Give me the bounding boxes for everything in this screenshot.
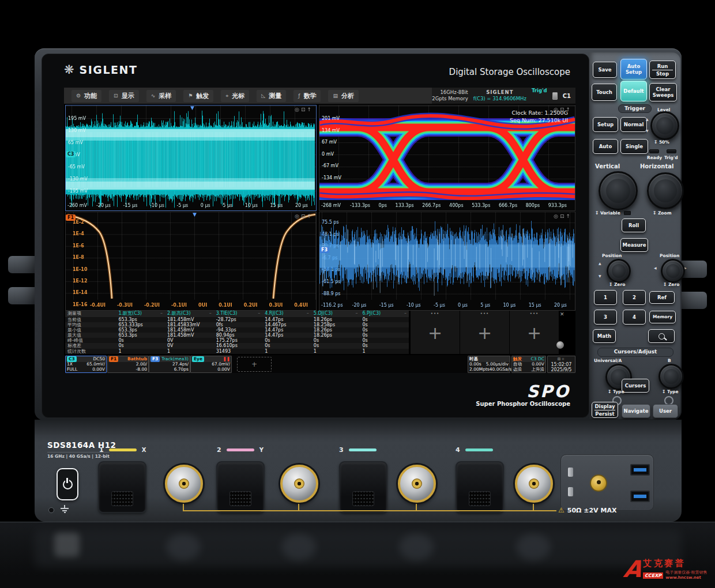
channel-3-button[interactable]: 3 bbox=[594, 310, 617, 325]
lcd-screen[interactable]: ⚙功能 ⊡显示 ∿采样 ⚑触发 ⌖光标 ◺测量 ƒ数学 ▤分析 16GHz-8B… bbox=[64, 88, 575, 373]
roll-button[interactable]: Roll bbox=[622, 218, 646, 232]
panel-corner-icons[interactable]: ◎⊡↑ bbox=[554, 213, 572, 219]
menu-item-function[interactable]: ⚙功能 bbox=[72, 90, 101, 102]
slot-menu-icon[interactable]: ••• bbox=[460, 311, 509, 317]
bnc-connector-4[interactable] bbox=[515, 465, 553, 503]
move-icon: ↑ bbox=[307, 213, 313, 219]
probe-interface-1[interactable] bbox=[98, 461, 146, 513]
channel-c3-marker[interactable]: C3 bbox=[66, 151, 76, 157]
clear-sweeps-button[interactable]: ClearSweeps bbox=[649, 83, 677, 101]
slot-menu-icon[interactable]: ••• bbox=[510, 311, 559, 317]
status-info[interactable]: 16GHz-8Bit 2Gpts Memory SIGLENT f(C3) = … bbox=[432, 88, 575, 104]
menu-item-acquire[interactable]: ∿采样 bbox=[146, 90, 176, 102]
waveform-panel[interactable]: 195 mV130 mV65 mV0 mV-65 mV-130 mV-195 m… bbox=[65, 105, 317, 211]
probe-pins bbox=[229, 491, 251, 506]
run-stop-button[interactable]: RunStop bbox=[649, 61, 676, 79]
panel-corner-icons[interactable]: ◎⊡↑ bbox=[295, 213, 313, 219]
y-axis-label: 1E-14 bbox=[73, 287, 87, 299]
usb-port[interactable] bbox=[630, 464, 650, 476]
eye-descriptor[interactable]: Eye❚❚ 67.0mV/ 0.00V bbox=[190, 356, 232, 373]
auto-setup-button[interactable]: AutoSetup bbox=[620, 59, 647, 80]
power-button[interactable] bbox=[57, 468, 78, 500]
memory-button[interactable]: Memory bbox=[649, 311, 676, 323]
table-cell: 测量项 bbox=[65, 311, 116, 317]
bnc-connector-2[interactable] bbox=[280, 465, 318, 503]
trigger-normal-button[interactable]: Normal bbox=[620, 117, 647, 132]
ref-button[interactable]: Ref bbox=[649, 291, 675, 304]
eye-diagram-panel[interactable]: Clock Rate: 1.2500G Seq Num: 27.510k UI … bbox=[319, 105, 575, 211]
table-row[interactable]: 统计次数1131493111 bbox=[65, 349, 409, 354]
adc-bits: 16GHz-8Bit bbox=[432, 89, 468, 96]
table-row[interactable]: 当前值653.3ps181.458mV-28.72ps14.47ps18.26p… bbox=[65, 317, 409, 322]
reset-statistics-icon[interactable] bbox=[556, 341, 564, 349]
gear-icon: ⚙ bbox=[76, 93, 81, 99]
x-axis-label: 0 µs bbox=[201, 203, 210, 208]
trigger-level-knob[interactable] bbox=[650, 111, 679, 140]
trigger-auto-button[interactable]: Auto bbox=[593, 139, 618, 154]
display-persist-button[interactable]: DisplayPersist bbox=[592, 402, 618, 418]
trigger-setup-button[interactable]: Setup bbox=[593, 117, 618, 132]
trace-f3-marker[interactable]: F3 bbox=[319, 247, 329, 253]
c3-descriptor[interactable]: C3DC50 1X65.0mV/ FULL0.00V bbox=[65, 356, 107, 373]
trigger-single-button[interactable]: Single bbox=[620, 139, 648, 154]
add-measurement-slot[interactable]: ••• + bbox=[410, 311, 460, 354]
horizontal-scale-knob[interactable] bbox=[647, 172, 684, 209]
vertical-position-knob[interactable] bbox=[607, 259, 631, 283]
vertical-scale-knob[interactable] bbox=[599, 171, 638, 210]
add-trace-button[interactable]: + bbox=[237, 357, 272, 372]
menu-item-cursor[interactable]: ⌖光标 bbox=[221, 90, 249, 102]
sma-connector[interactable] bbox=[590, 474, 607, 492]
user-button[interactable]: User bbox=[653, 404, 678, 418]
bnc-connector-1[interactable] bbox=[165, 465, 203, 503]
x-axis: -0.4UI-0.3UI-0.2UI-0.1UI0UI0.1UI0.2UI0.3… bbox=[66, 300, 316, 310]
table-row[interactable]: 平均值653.333ps181.45833mV0fs14.467ps18.258… bbox=[65, 322, 409, 327]
measure-button[interactable]: Measure bbox=[620, 238, 648, 252]
probe-interface-3[interactable] bbox=[339, 461, 387, 513]
bnc-connector-3[interactable] bbox=[398, 465, 436, 503]
panel-corner-icons[interactable]: ◎⊡↑ bbox=[554, 107, 572, 112]
touch-button[interactable]: Touch bbox=[592, 84, 617, 101]
table-row[interactable]: 最大值653.3ps181.458mV80.94ps14.47ps18.26ps… bbox=[65, 333, 409, 338]
b-knob[interactable] bbox=[658, 364, 684, 389]
table-row[interactable]: 最小值653.3ps181.458mV-94.33ps14.47ps18.26p… bbox=[65, 327, 409, 333]
trigger-descriptor[interactable]: 触发C3 DC 自动0.00V 边沿上升沿 bbox=[511, 356, 546, 373]
search-button[interactable] bbox=[648, 329, 675, 343]
probe-interface-4[interactable] bbox=[456, 461, 504, 513]
timebase-descriptor[interactable]: 时基 0.00s5.00µs/div 2.00Mpts40.0GSa/s bbox=[468, 356, 510, 373]
table-cell: 4.RJ(C3) bbox=[262, 311, 311, 317]
measurement-table[interactable]: 测量项1.眼宽(C3)2.眼高(C3)3.TIE(C3)4.RJ(C3)5.DJ… bbox=[65, 311, 409, 354]
channel-1-button[interactable]: 1 bbox=[594, 290, 617, 305]
f3-descriptor[interactable]: F3Track(mea3) 27.4ps/ 6.70ps bbox=[149, 356, 190, 373]
panel-corner-icons[interactable]: ◎⊡↑ bbox=[295, 107, 313, 112]
table-row[interactable]: 标准差0s0V16.610ps0s0s0s bbox=[65, 343, 409, 348]
default-button[interactable]: Default bbox=[620, 81, 647, 101]
navigate-button[interactable]: Navigate bbox=[622, 404, 650, 418]
menu-item-measure[interactable]: ◺测量 bbox=[257, 90, 286, 102]
clock-descriptor[interactable]: ⊞⌗ 15:02:07 2025/9/5 bbox=[547, 356, 575, 373]
cursors-button[interactable]: Cursors bbox=[622, 379, 649, 393]
trigger-position-icon[interactable]: ▼ bbox=[193, 212, 197, 217]
channel-2-button[interactable]: 2 bbox=[623, 290, 646, 305]
plus-icon: + bbox=[460, 325, 509, 342]
trace-f1-marker[interactable]: F1 bbox=[66, 214, 76, 221]
tie-track-panel[interactable]: 75.5 ps48.1 ps20.7 ps-6.7 ps-34.1 ps-61.… bbox=[319, 212, 575, 311]
trigger-position-icon[interactable]: ▼ bbox=[190, 105, 194, 111]
channel-4-button[interactable]: 4 bbox=[623, 310, 646, 325]
probe-interface-2[interactable] bbox=[216, 461, 265, 513]
add-measurement-slot[interactable]: ••• + bbox=[509, 311, 559, 354]
bathtub-panel[interactable]: 1E-21E-41E-61E-81E-101E-121E-141E-16 F1 … bbox=[65, 212, 317, 311]
menu-item-trigger[interactable]: ⚑触发 bbox=[183, 90, 213, 102]
slot-menu-icon[interactable]: ••• bbox=[411, 311, 460, 317]
close-icon[interactable]: ✕ bbox=[560, 311, 565, 317]
usb-port[interactable] bbox=[630, 491, 650, 502]
menu-item-analysis[interactable]: ▤分析 bbox=[328, 90, 359, 102]
menu-item-math[interactable]: ƒ数学 bbox=[293, 90, 321, 102]
y-axis-label: -195 mV bbox=[68, 185, 88, 197]
math-button[interactable]: Math bbox=[593, 329, 616, 343]
save-button[interactable]: Save bbox=[593, 62, 617, 78]
table-row[interactable]: 峰-峰值0s0V175.27ps0s0s0s bbox=[65, 338, 409, 343]
add-measurement-slot[interactable]: ••• + bbox=[460, 311, 509, 354]
horizontal-position-knob[interactable] bbox=[661, 259, 685, 283]
menu-item-display[interactable]: ⊡显示 bbox=[109, 90, 139, 102]
f1-descriptor[interactable]: F1Bathtub 2.00/ -8.00 bbox=[107, 356, 149, 373]
